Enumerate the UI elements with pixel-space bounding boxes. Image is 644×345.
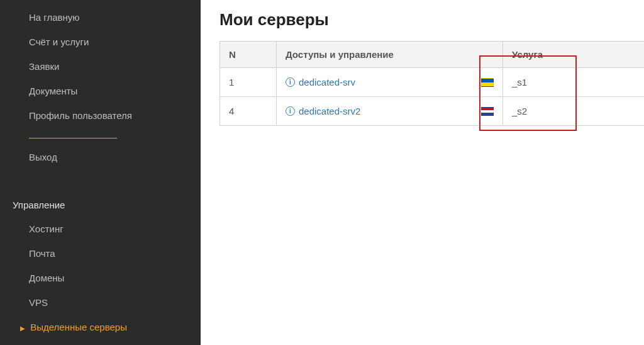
cell-access: i dedicated-srv2 [277, 97, 503, 126]
nav-dedicated-servers[interactable]: ▶ Выделенные серверы [0, 315, 201, 339]
page-title: Мои серверы [219, 10, 644, 30]
cell-n: 1 [220, 68, 277, 97]
col-header-access: Доступы и управление [277, 42, 503, 68]
nav-billing[interactable]: Счёт и услуги [0, 30, 201, 54]
nav-logout[interactable]: Выход [0, 145, 201, 169]
table-row: 4 i dedicated-srv2 _s2 [220, 97, 645, 126]
nav-dedicated-servers-label: Выделенные серверы [30, 322, 127, 332]
col-header-service: Услуга [503, 42, 645, 68]
flag-ukraine-icon [481, 78, 494, 87]
flag-netherlands-icon [481, 107, 494, 116]
nav-profile[interactable]: Профиль пользователя [0, 103, 201, 128]
server-link[interactable]: i dedicated-srv [286, 77, 355, 88]
col-header-n: N [220, 42, 277, 68]
cell-n: 4 [220, 97, 277, 126]
nav-vps[interactable]: VPS [0, 290, 201, 315]
nav-domains[interactable]: Домены [0, 266, 201, 290]
table-row: 1 i dedicated-srv _s1 [220, 68, 645, 97]
nav-home[interactable]: На главную [0, 5, 201, 30]
nav-hosting[interactable]: Хостинг [0, 217, 201, 241]
nav-tickets[interactable]: Заявки [0, 54, 201, 79]
sidebar-section-title: Управление [0, 192, 201, 217]
servers-table: N Доступы и управление Услуга 1 i dedica… [219, 41, 644, 126]
info-icon: i [286, 106, 295, 116]
server-link[interactable]: i dedicated-srv2 [286, 106, 360, 116]
cell-service: _s1 [503, 68, 645, 97]
server-name: dedicated-srv [299, 77, 355, 88]
active-marker-icon: ▶ [20, 325, 25, 332]
cell-service: _s2 [503, 97, 645, 126]
sidebar-divider [29, 138, 117, 139]
info-icon: i [286, 77, 295, 87]
server-name: dedicated-srv2 [299, 106, 360, 116]
sidebar: На главную Счёт и услуги Заявки Документ… [0, 0, 201, 345]
main-content: Мои серверы N Доступы и управление Услуг… [201, 0, 644, 345]
nav-mail[interactable]: Почта [0, 241, 201, 266]
nav-documents[interactable]: Документы [0, 79, 201, 103]
cell-access: i dedicated-srv [277, 68, 503, 97]
